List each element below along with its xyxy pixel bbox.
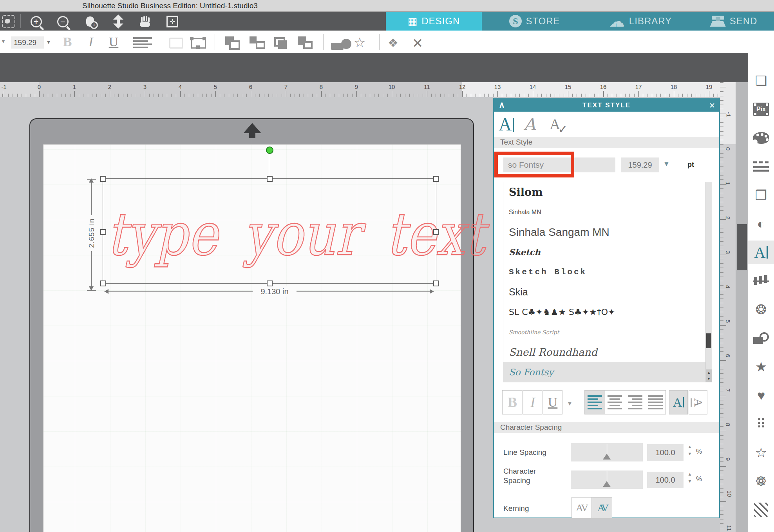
selection-handle-se[interactable]: [433, 280, 439, 286]
vertical-scrollbar[interactable]: [736, 82, 748, 532]
line-style-icon[interactable]: [748, 155, 774, 178]
selection-handle-ne[interactable]: [433, 176, 439, 182]
selection-handle-nw[interactable]: [100, 176, 106, 182]
selection-handle-n[interactable]: [267, 176, 273, 182]
toolbar-font-size-field[interactable]: 159.29: [11, 36, 44, 49]
library-cloud-icon: ☁↓: [609, 13, 625, 29]
line-spacing-value[interactable]: 100.0: [647, 444, 684, 461]
style-dropdown-caret[interactable]: ▼: [567, 400, 573, 407]
align-right-button[interactable]: [625, 391, 645, 414]
scroll-up-button[interactable]: ▲: [706, 369, 712, 376]
underline-button[interactable]: U: [105, 33, 122, 51]
scrollbar-thumb[interactable]: [737, 224, 747, 270]
pixscape-icon[interactable]: Pix: [748, 98, 774, 121]
panel-underline-button[interactable]: U: [543, 390, 562, 414]
hand-tool-button[interactable]: [137, 14, 153, 29]
panel-bold-button[interactable]: B: [502, 390, 523, 414]
font-size-field[interactable]: 159.29: [621, 157, 659, 172]
offset-icon[interactable]: [748, 269, 774, 293]
offset-star-button[interactable]: ☆: [354, 34, 365, 50]
star-filled-icon[interactable]: ★: [748, 355, 774, 378]
fill-pattern-icon[interactable]: ❒: [748, 183, 774, 207]
line-spacing-spin-down[interactable]: ▼: [687, 452, 693, 456]
selection-tool-button[interactable]: [1, 14, 16, 29]
rotate-handle[interactable]: [266, 147, 273, 154]
font-name-field[interactable]: so Fontsy: [503, 157, 615, 172]
sketch-hatch-icon[interactable]: [748, 498, 774, 521]
edit-points-button[interactable]: [191, 38, 206, 49]
page-setup-icon[interactable]: ❏: [748, 69, 774, 92]
scroll-down-button[interactable]: ▼: [706, 376, 712, 382]
bring-forward-button[interactable]: [224, 36, 241, 51]
tab-design[interactable]: ▦ DESIGN: [386, 12, 482, 31]
stipple-dots-icon[interactable]: ⠿: [748, 412, 774, 436]
font-size-caret-icon[interactable]: ▼: [663, 160, 670, 168]
font-list-item[interactable]: Silom: [503, 182, 705, 202]
eraser-icon[interactable]: ❂: [748, 298, 774, 321]
zoom-in-button[interactable]: +: [28, 14, 44, 29]
font-list-item[interactable]: Sketch: [503, 242, 705, 262]
send-backward-button[interactable]: [250, 36, 266, 51]
fill-color-icon[interactable]: [748, 126, 774, 150]
fit-to-page-button[interactable]: ✛: [165, 14, 180, 29]
star-outline-icon[interactable]: ☆: [748, 441, 774, 464]
align-center-button[interactable]: [605, 391, 625, 414]
font-list-scrollbar[interactable]: ▲ ▼: [705, 182, 712, 382]
kerning-off-button[interactable]: AV: [571, 497, 592, 519]
selection-handle-w[interactable]: [100, 229, 106, 235]
selection-bounding-box[interactable]: [103, 178, 436, 284]
delete-icon[interactable]: ✕: [412, 35, 423, 51]
cube-icon[interactable]: ❖: [388, 36, 398, 50]
tab-glyphs[interactable]: A: [524, 115, 535, 134]
tab-text-check[interactable]: A✓: [550, 116, 568, 136]
line-spacing-spin-up[interactable]: ▲: [687, 445, 693, 449]
weld-button[interactable]: [331, 39, 351, 50]
bold-button[interactable]: B: [58, 33, 77, 51]
selection-handle-sw[interactable]: [100, 280, 106, 286]
font-list-item[interactable]: Sinhala Sangam MN: [503, 222, 705, 242]
tab-library[interactable]: ☁↓ LIBRARY: [588, 12, 693, 31]
text-style-panel: ∧ TEXT STYLE ✕ A A A✓ Text Style so Font…: [493, 98, 720, 518]
font-size-caret-icon[interactable]: ▼: [46, 39, 51, 45]
font-list-item[interactable]: SL C♣✦♞♟★ S♣✦★†O✦: [503, 302, 705, 322]
zoom-out-button[interactable]: −: [55, 14, 71, 29]
font-list-item[interactable]: Sinhala MN: [503, 202, 705, 222]
text-horizontal-button[interactable]: A: [669, 390, 688, 414]
text-style-icon[interactable]: A: [748, 241, 774, 264]
bring-to-front-button[interactable]: [273, 36, 290, 51]
character-spacing-spin-up[interactable]: ▲: [687, 472, 693, 476]
font-list-item[interactable]: So Fontsy: [503, 362, 712, 382]
text-align-button[interactable]: [133, 37, 152, 50]
font-list-item[interactable]: Sketch Block: [503, 262, 705, 282]
tab-store[interactable]: S STORE: [482, 12, 588, 31]
close-icon[interactable]: ✕: [709, 101, 715, 110]
pan-button[interactable]: [110, 14, 126, 29]
rhinestone-icon[interactable]: ❁: [748, 469, 774, 493]
text-vertical-button[interactable]: A: [689, 390, 707, 414]
panel-italic-button[interactable]: I: [523, 390, 543, 414]
selection-handle-s[interactable]: [267, 280, 273, 286]
font-list-item[interactable]: Smoothline Script: [503, 322, 705, 342]
scrollbar-thumb[interactable]: [706, 333, 711, 348]
character-spacing-spin-down[interactable]: ▼: [687, 479, 693, 483]
stipple-heart-icon[interactable]: ♥: [748, 384, 774, 407]
character-spacing-slider[interactable]: [571, 470, 643, 489]
line-spacing-slider[interactable]: [571, 443, 643, 461]
kerning-on-button[interactable]: AV: [592, 497, 612, 519]
text-style-section-label: Text Style: [494, 137, 719, 148]
align-left-button[interactable]: [585, 391, 605, 414]
italic-button[interactable]: I: [83, 33, 99, 51]
character-spacing-value[interactable]: 100.0: [647, 472, 684, 488]
tab-send[interactable]: SEND: [693, 12, 774, 31]
mouse-zoom-button[interactable]: +: [82, 14, 98, 29]
toolbar-dropdown-caret[interactable]: ▼: [1, 38, 6, 44]
tab-text-style[interactable]: A: [499, 114, 514, 135]
selection-handle-e[interactable]: [433, 229, 439, 235]
align-justify-button[interactable]: [646, 391, 665, 414]
send-to-back-button[interactable]: [298, 36, 314, 51]
shadow-icon[interactable]: ◐: [748, 212, 774, 235]
font-list-item[interactable]: Skia: [503, 282, 705, 302]
modify-icon[interactable]: [748, 326, 774, 350]
font-list-item[interactable]: Snell Roundhand: [503, 342, 705, 362]
v-ruler-number: 11: [726, 525, 732, 531]
